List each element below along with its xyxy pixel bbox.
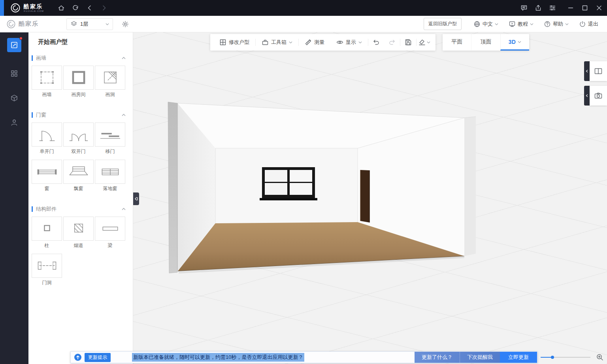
rail-item-3d-render[interactable] [0,90,28,106]
canvas-toolbar: 修改户型 工具箱 测量 显示 [210,34,435,51]
eraser-icon [418,39,426,46]
power-icon [579,21,586,28]
panel-item-sliding-door[interactable]: 移门 [95,123,126,158]
language-select[interactable]: 中文 [473,21,498,28]
zoom-slider[interactable] [541,357,590,358]
rail-item-profile[interactable] [0,115,28,130]
settings-gear-button[interactable] [119,18,131,30]
panel-item-draw-wall[interactable]: 画墙 [32,66,63,101]
save-icon [405,39,412,46]
zoom-slider-knob[interactable] [551,356,554,359]
menubar-right: 返回旧版户型 中文 教程 [424,18,607,30]
rail-item-templates[interactable] [0,66,28,81]
split-view-button[interactable] [590,61,607,81]
panel-item-window[interactable]: 窗 [32,160,63,195]
panel-item-draw-hole[interactable]: 画洞 [95,66,126,101]
remind-later-button[interactable]: 下次提醒我 [460,352,500,363]
panel-item-column[interactable]: 柱 [32,217,63,252]
preferences-button[interactable] [545,0,560,16]
section-header[interactable]: 画墙 [28,54,133,62]
panel-item-label: 画墙 [32,90,62,101]
section-header[interactable]: 结构部件 [28,205,133,213]
zoom-in-icon[interactable] [596,353,604,361]
panel-item-label: 门洞 [32,278,62,289]
menubar: 酷家乐 1层 返回旧版户型 中文 [0,16,607,32]
snapshot-button[interactable] [590,86,607,106]
message-icon [520,4,528,11]
panel-item-door-opening[interactable]: 门洞 [32,254,63,289]
close-button[interactable] [592,0,606,16]
tab-3D[interactable]: 3D [500,34,529,51]
split-view-expand-handle[interactable] [584,61,590,81]
double-door-thumbnail[interactable] [63,123,94,147]
display-button[interactable]: 显示 [330,34,368,51]
update-now-button[interactable]: 立即更新 [500,352,537,363]
bay-window-thumbnail[interactable] [63,160,94,184]
panel-collapse-handle[interactable] [133,192,139,205]
measure-icon [305,39,312,46]
column-thumbnail[interactable] [32,217,62,241]
chevron-left-icon [586,94,588,97]
panel-item-single-door[interactable]: 单开门 [32,123,63,158]
help-menu[interactable]: 帮助 [544,21,569,28]
panel-item-double-door[interactable]: 双开门 [63,123,95,158]
flue-thumbnail[interactable] [63,217,94,241]
panel-item-beam[interactable]: 梁 [95,217,126,252]
feedback-button[interactable] [517,0,531,16]
back-button[interactable] [83,0,97,16]
refresh-button[interactable] [68,0,83,16]
panel-item-label: 画洞 [95,90,125,101]
eraser-button[interactable] [417,34,432,51]
draw-hole-thumbnail[interactable] [95,66,125,90]
share-icon [535,4,542,11]
float-group-split-view [584,61,607,81]
panel-item-label: 双开门 [63,147,94,158]
tab-顶面[interactable]: 顶面 [471,34,500,51]
floor-select[interactable]: 1层 [66,18,113,30]
toolbox-button[interactable]: 工具箱 [256,34,298,51]
update-notification-bar: 更新提示 新版本已准备就绪，随时可以更新，约需10秒，是否立即退出应用以更新？ … [70,351,537,363]
snapshot-expand-handle[interactable] [584,86,590,106]
tab-label: 顶面 [480,38,491,45]
rail-item-draw-floorplan[interactable] [7,38,21,52]
panel-item-draw-room[interactable]: 画房间 [63,66,95,101]
logout-button[interactable]: 退出 [579,21,598,28]
section-grid: 单开门 双开门 移门 窗 飘窗 落地窗 [28,123,133,197]
chevron-down-icon [495,23,498,25]
panel-item-flue[interactable]: 烟道 [63,217,95,252]
share-button[interactable] [531,0,545,16]
update-actions: 更新了什么？ 下次提醒我 立即更新 [415,352,537,363]
tab-label: 平面 [451,38,462,45]
section-header[interactable]: 门窗 [28,111,133,119]
french-window-thumbnail[interactable] [95,160,125,184]
tab-平面[interactable]: 平面 [443,34,471,51]
panel-title: 开始画户型 [38,38,133,46]
beam-thumbnail[interactable] [95,217,125,241]
titlebar-accent-strip [0,0,4,16]
window-thumbnail[interactable] [32,160,62,184]
draw-room-thumbnail[interactable] [63,66,94,90]
whats-new-button[interactable]: 更新了什么？ [415,352,460,363]
minimize-button[interactable] [564,0,578,16]
maximize-button[interactable] [578,0,592,16]
titlebar-nav [54,0,111,16]
undo-button[interactable] [368,34,384,51]
door-opening-thumbnail[interactable] [32,254,62,278]
single-door-thumbnail[interactable] [32,123,62,147]
panel-item-french-window[interactable]: 落地窗 [95,160,126,195]
3d-viewport[interactable] [133,32,607,364]
forward-button[interactable] [97,0,111,16]
panel-item-bay-window[interactable]: 飘窗 [63,160,95,195]
legacy-version-button[interactable]: 返回旧版户型 [424,18,462,30]
draw-wall-thumbnail[interactable] [32,66,62,90]
menubar-brand-name: 酷家乐 [19,20,39,28]
panel-item-label: 柱 [32,241,62,252]
modify-layout-button[interactable]: 修改户型 [213,34,255,51]
chevron-up-icon [122,208,126,210]
save-button[interactable] [400,34,416,51]
redo-button[interactable] [384,34,400,51]
sliding-door-thumbnail[interactable] [95,123,125,147]
tutorial-menu[interactable]: 教程 [509,21,533,28]
measure-button[interactable]: 测量 [299,34,330,51]
home-button[interactable] [54,0,68,16]
